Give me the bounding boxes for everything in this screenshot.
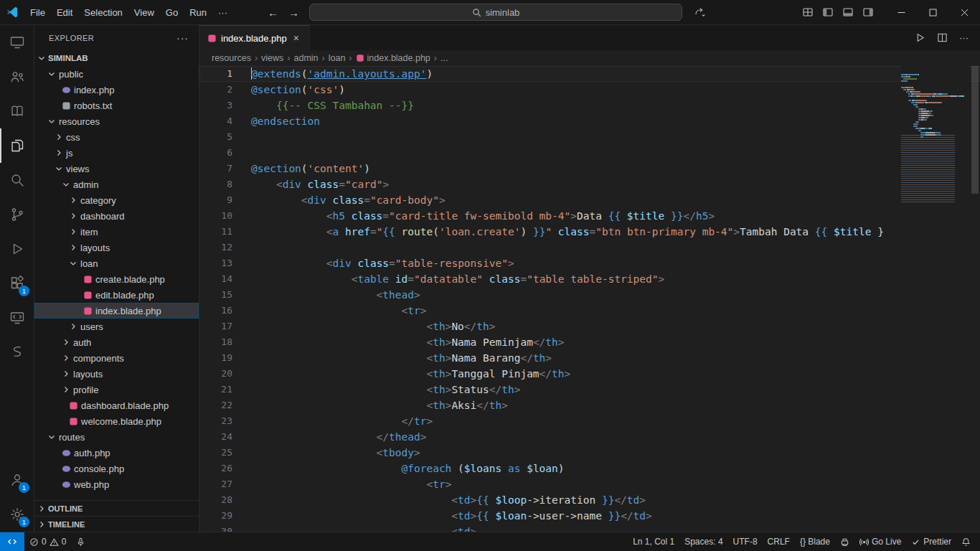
line-number[interactable]: 6 [199, 145, 232, 161]
remote-explorer-icon[interactable] [0, 301, 34, 335]
code-editor[interactable]: 1@extends('admin.layouts.app')2@section(… [199, 66, 980, 532]
line-number[interactable]: 9 [199, 192, 232, 208]
line-number[interactable]: 30 [199, 524, 232, 532]
tree-item-profile[interactable]: profile [34, 382, 199, 397]
tree-item-components[interactable]: components [34, 350, 199, 366]
tree-item-resources[interactable]: resources [34, 113, 199, 129]
status-eol[interactable]: CRLF [763, 532, 795, 551]
tree-item-web-php[interactable]: web.php [34, 476, 199, 492]
tree-item-edit-blade-php[interactable]: edit.blade.php [34, 287, 199, 303]
tree-item-index-blade-php[interactable]: index.blade.php [34, 303, 199, 319]
menu-[interactable]: ··· [212, 5, 233, 20]
split-editor-icon[interactable] [937, 32, 948, 43]
outline-section[interactable]: OUTLINE [34, 500, 199, 516]
back-icon[interactable]: ← [268, 6, 278, 19]
toggle-sidebar-icon[interactable] [822, 6, 834, 18]
remote-indicator[interactable] [0, 532, 24, 551]
tree-item-console-php[interactable]: console.php [34, 461, 199, 476]
breadcrumb-item[interactable]: ... [440, 53, 448, 63]
tree-item-css[interactable]: css [34, 129, 199, 145]
line-number[interactable]: 2 [199, 82, 232, 98]
problems-indicator[interactable]: 0 0 [24, 532, 71, 551]
timeline-section[interactable]: TIMELINE [34, 516, 199, 532]
monitor-icon[interactable] [0, 25, 34, 60]
breadcrumb-item[interactable]: admin [294, 53, 319, 63]
line-number[interactable]: 1 [199, 66, 232, 82]
tree-item-auth[interactable]: auth [34, 334, 199, 350]
tree-item-routes[interactable]: routes [34, 429, 199, 445]
tree-item-item[interactable]: item [34, 224, 199, 240]
menu-edit[interactable]: Edit [51, 5, 78, 20]
minimize-icon[interactable] [885, 0, 917, 25]
project-section-header[interactable]: SIMINLAB [34, 50, 199, 66]
extensions-icon[interactable]: 1 [0, 266, 34, 301]
line-number[interactable]: 8 [199, 176, 232, 192]
run-file-icon[interactable] [915, 32, 925, 43]
line-number[interactable]: 25 [199, 445, 232, 461]
explorer-icon[interactable] [0, 128, 34, 163]
explorer-more-icon[interactable]: ··· [176, 32, 189, 44]
breadcrumb-item[interactable]: resources [212, 53, 251, 63]
status-printer[interactable] [835, 532, 854, 551]
tree-item-views[interactable]: views [34, 161, 199, 176]
line-number[interactable]: 5 [199, 129, 232, 145]
menu-run[interactable]: Run [184, 5, 212, 20]
search-box[interactable]: siminlab [309, 4, 682, 21]
tree-item-layouts[interactable]: layouts [34, 240, 199, 255]
tree-item-category[interactable]: category [34, 192, 199, 208]
tree-item-dashboard[interactable]: dashboard [34, 208, 199, 224]
status-language-mode[interactable]: {} Blade [795, 532, 835, 551]
line-number[interactable]: 24 [199, 429, 232, 445]
tab-index-blade[interactable]: index.blade.php × [199, 25, 310, 50]
line-number[interactable]: 12 [199, 240, 232, 255]
customize-layout-icon[interactable] [802, 6, 814, 18]
menu-view[interactable]: View [128, 5, 160, 20]
book-icon[interactable] [0, 94, 34, 128]
run-debug-icon[interactable] [0, 232, 34, 266]
menu-selection[interactable]: Selection [78, 5, 128, 20]
line-number[interactable]: 14 [199, 271, 232, 287]
line-number[interactable]: 22 [199, 397, 232, 413]
people-icon[interactable] [0, 60, 34, 94]
tree-item-admin[interactable]: admin [34, 176, 199, 192]
command-dropdown-icon[interactable] [694, 6, 705, 18]
s-extension-icon[interactable] [0, 335, 34, 369]
more-actions-icon[interactable]: ··· [959, 32, 969, 43]
scrollbar-thumb[interactable] [971, 66, 979, 194]
status-go-live[interactable]: Go Live [854, 532, 906, 551]
tree-item-create-blade-php[interactable]: create.blade.php [34, 271, 199, 287]
line-number[interactable]: 29 [199, 508, 232, 524]
toggle-secondary-sidebar-icon[interactable] [862, 6, 874, 18]
tree-item-auth-php[interactable]: auth.php [34, 445, 199, 461]
menu-go[interactable]: Go [160, 5, 184, 20]
forward-icon[interactable]: → [288, 6, 299, 19]
status-indentation[interactable]: Spaces: 4 [679, 532, 727, 551]
tree-item-layouts[interactable]: layouts [34, 366, 199, 382]
settings-icon[interactable]: 1 [0, 497, 34, 532]
line-number[interactable]: 4 [199, 113, 232, 129]
tree-item-public[interactable]: public [34, 66, 199, 82]
line-number[interactable]: 10 [199, 208, 232, 224]
status-prettier[interactable]: Prettier [906, 532, 956, 551]
menu-file[interactable]: File [24, 5, 51, 20]
line-number[interactable]: 26 [199, 461, 232, 476]
tree-item-dashboard-blade-php[interactable]: dashboard.blade.php [34, 397, 199, 413]
source-control-icon[interactable] [0, 197, 34, 232]
line-number[interactable]: 18 [199, 334, 232, 350]
tree-item-robots-txt[interactable]: robots.txt [34, 98, 199, 113]
tree-item-loan[interactable]: loan [34, 255, 199, 271]
line-number[interactable]: 7 [199, 161, 232, 176]
line-number[interactable]: 28 [199, 492, 232, 508]
tree-item-users[interactable]: users [34, 319, 199, 334]
toggle-panel-icon[interactable] [842, 6, 854, 18]
line-number[interactable]: 23 [199, 413, 232, 429]
line-number[interactable]: 27 [199, 476, 232, 492]
account-icon[interactable]: 1 [0, 463, 34, 497]
maximize-icon[interactable] [917, 0, 948, 25]
mic-icon[interactable] [71, 532, 90, 551]
line-number[interactable]: 15 [199, 287, 232, 303]
minimap[interactable] [901, 66, 970, 532]
line-number[interactable]: 17 [199, 319, 232, 334]
close-icon[interactable] [948, 0, 980, 25]
line-number[interactable]: 20 [199, 366, 232, 382]
